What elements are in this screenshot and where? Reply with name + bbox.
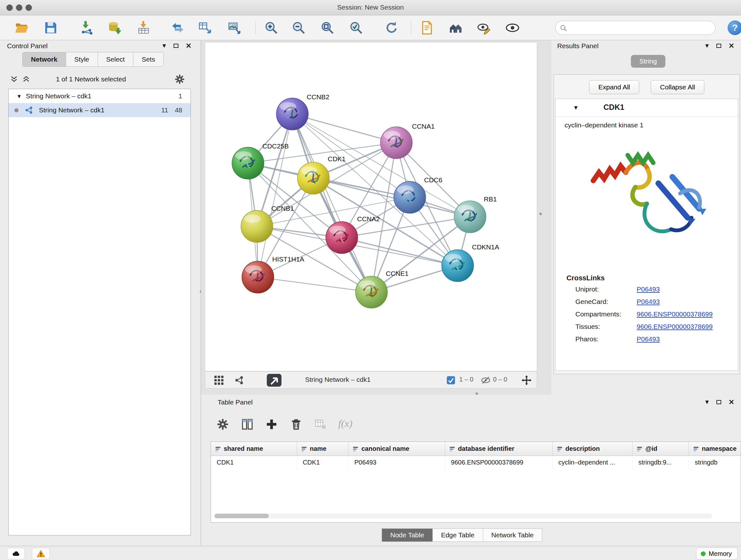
crosslink-row: Uniprot:P06493 bbox=[576, 286, 738, 293]
tab-style[interactable]: Style bbox=[66, 52, 98, 67]
network-view-toolbar: String Network – cdk1 1 – 0 0 – 0 bbox=[205, 371, 537, 388]
node-label: CDKN1A bbox=[472, 243, 499, 251]
column-header-description[interactable]: description bbox=[553, 442, 633, 455]
cell-description: cyclin–dependent ... bbox=[553, 456, 633, 470]
create-column-plus-icon[interactable] bbox=[265, 418, 278, 431]
zoom-in-icon[interactable] bbox=[264, 20, 279, 36]
crosslink-tissues-link[interactable]: 9606.ENSP00000378699 bbox=[636, 323, 713, 330]
cloud-services-button[interactable] bbox=[7, 548, 25, 559]
refresh-icon[interactable] bbox=[384, 20, 400, 36]
column-header-database-identifier[interactable]: database identifier bbox=[445, 442, 553, 455]
crosslink-pharos-link[interactable]: P06493 bbox=[636, 335, 660, 343]
column-header-shared-name[interactable]: shared name bbox=[211, 442, 297, 455]
tab-select[interactable]: Select bbox=[98, 52, 133, 67]
panel-resize-grip[interactable] bbox=[539, 212, 542, 215]
selected-items-checkbox-icon bbox=[447, 376, 455, 385]
function-builder-icon[interactable]: f(x) bbox=[338, 418, 352, 429]
tab-network[interactable]: Network bbox=[22, 52, 66, 67]
hide-labels-icon[interactable] bbox=[477, 20, 492, 36]
control-panel-tabs: Network Style Select Sets bbox=[22, 52, 164, 67]
memory-button[interactable]: Memory bbox=[696, 548, 738, 560]
node-label: CCNB2 bbox=[307, 93, 329, 101]
tab-network-table[interactable]: Network Table bbox=[483, 528, 542, 542]
zoom-selected-icon[interactable] bbox=[349, 20, 364, 36]
collapse-panel-icon[interactable]: ▾ bbox=[705, 398, 709, 406]
tab-node-table[interactable]: Node Table bbox=[382, 528, 433, 542]
network-overview-icon[interactable] bbox=[234, 375, 245, 386]
node-gloss-highlight bbox=[397, 186, 414, 194]
status-bar: Memory bbox=[0, 546, 741, 560]
network-node-hist1h1a[interactable]: HIST1H1A bbox=[242, 255, 304, 293]
gene-section-header[interactable]: ▾ CDK1 bbox=[556, 99, 738, 117]
table-row[interactable]: CDK1 CDK1 P06493 9606.ENSP00000378699 cy… bbox=[211, 456, 741, 470]
crosslink-compartments-link[interactable]: 9606.ENSP00000378699 bbox=[636, 310, 713, 318]
network-node-ccnb1[interactable]: CCNB1 bbox=[241, 205, 294, 242]
network-edge[interactable] bbox=[258, 277, 372, 292]
network-canvas[interactable]: CCNB2CCNA1CDC25BCDK1CDC6RB1CCNB1CCNA2CDK… bbox=[205, 42, 537, 371]
close-panel-icon[interactable] bbox=[186, 43, 191, 48]
float-panel-icon[interactable] bbox=[717, 44, 721, 48]
merge-networks-icon[interactable] bbox=[198, 20, 213, 36]
network-graph[interactable]: CCNB2CCNA1CDC25BCDK1CDC6RB1CCNB1CCNA2CDK… bbox=[205, 43, 537, 372]
tab-edge-table[interactable]: Edge Table bbox=[433, 528, 483, 542]
import-network-database-icon[interactable] bbox=[107, 20, 123, 36]
birdseye-export-button[interactable] bbox=[267, 374, 281, 387]
network-node-ccna1[interactable]: CCNA1 bbox=[381, 123, 434, 159]
help-button[interactable]: ? bbox=[728, 20, 741, 35]
annotation-document-icon[interactable] bbox=[420, 20, 435, 36]
import-table-icon[interactable] bbox=[136, 20, 151, 36]
export-image-icon[interactable] bbox=[227, 20, 242, 36]
column-header-at-id[interactable]: @id bbox=[632, 442, 689, 455]
node-table: shared name name canonical name database… bbox=[211, 442, 741, 523]
node-table-header-row: shared name name canonical name database… bbox=[211, 442, 741, 456]
zoom-fit-icon[interactable] bbox=[320, 20, 335, 36]
network-node-cdk1[interactable]: CDK1 bbox=[297, 155, 346, 194]
table-options-gear-icon[interactable] bbox=[216, 418, 229, 431]
zoom-out-icon[interactable] bbox=[291, 20, 307, 36]
delete-column-trash-icon[interactable] bbox=[290, 418, 302, 431]
network-options-gear-icon[interactable] bbox=[174, 74, 185, 84]
network-row-selected[interactable]: String Network – cdk1 11 48 bbox=[9, 103, 191, 117]
show-view-icon[interactable] bbox=[505, 20, 521, 36]
crosslink-uniprot-link[interactable]: P06493 bbox=[636, 286, 660, 293]
network-selection-row: 1 of 1 Network selected bbox=[0, 72, 201, 87]
crosslink-genecard-link[interactable]: P06493 bbox=[636, 298, 660, 305]
node-label: HIST1H1A bbox=[272, 255, 304, 263]
disclosure-triangle-icon[interactable]: ▾ bbox=[17, 92, 21, 100]
scrollbar-thumb[interactable] bbox=[214, 514, 269, 518]
fit-content-crosshair-icon[interactable] bbox=[521, 375, 532, 386]
network-edge[interactable] bbox=[342, 238, 458, 266]
collapse-panel-icon[interactable]: ▾ bbox=[705, 42, 709, 49]
float-panel-icon[interactable] bbox=[717, 400, 721, 404]
network-node-cdkn1a[interactable]: CDKN1A bbox=[442, 243, 499, 282]
home-networks-icon[interactable] bbox=[449, 20, 464, 36]
column-header-name[interactable]: name bbox=[297, 442, 349, 455]
warnings-button[interactable] bbox=[32, 548, 50, 559]
cloud-icon bbox=[11, 549, 21, 558]
save-session-icon[interactable] bbox=[44, 20, 59, 36]
protein-structure-image bbox=[583, 133, 711, 267]
network-from-selection-icon[interactable] bbox=[171, 20, 186, 36]
column-header-namespace[interactable]: namespace bbox=[689, 442, 741, 455]
search-input[interactable] bbox=[570, 22, 711, 34]
network-edge[interactable] bbox=[258, 114, 292, 277]
close-panel-icon[interactable] bbox=[729, 399, 734, 405]
float-panel-icon[interactable] bbox=[174, 44, 179, 48]
open-session-icon[interactable] bbox=[15, 20, 30, 36]
column-header-canonical-name[interactable]: canonical name bbox=[348, 442, 445, 455]
disclosure-triangle-icon[interactable]: ▾ bbox=[574, 104, 578, 111]
network-node-rb1[interactable]: RB1 bbox=[454, 195, 497, 233]
collapse-all-button[interactable]: Collapse All bbox=[651, 80, 704, 94]
horizontal-scrollbar[interactable] bbox=[214, 513, 712, 518]
string-results-tab[interactable]: String bbox=[631, 55, 665, 68]
import-network-file-icon[interactable] bbox=[79, 20, 95, 36]
collapse-panel-icon[interactable]: ▾ bbox=[162, 42, 166, 49]
show-columns-icon[interactable] bbox=[241, 418, 254, 431]
network-node-ccnb2[interactable]: CCNB2 bbox=[276, 93, 329, 130]
close-panel-icon[interactable] bbox=[729, 43, 734, 48]
network-collection-row[interactable]: ▾ String Network – cdk1 1 bbox=[9, 89, 191, 103]
expand-all-button[interactable]: Expand All bbox=[589, 80, 639, 94]
grid-view-icon[interactable] bbox=[213, 375, 224, 386]
network-edge[interactable] bbox=[292, 114, 372, 292]
tab-sets[interactable]: Sets bbox=[133, 52, 164, 67]
